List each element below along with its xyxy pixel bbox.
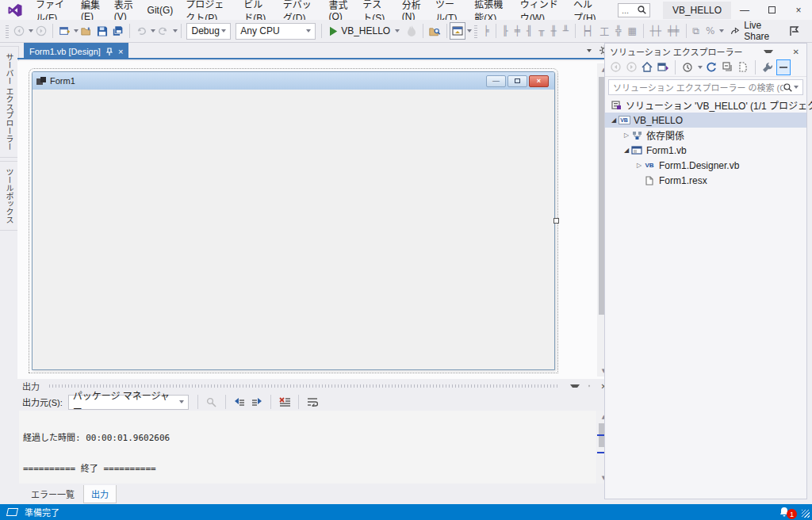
next-message-icon[interactable]	[250, 395, 264, 409]
back-icon[interactable]	[608, 59, 622, 75]
solution-configuration-select[interactable]: Debug	[186, 23, 231, 40]
window-minimize-button[interactable]: —	[731, 0, 758, 20]
live-share-button[interactable]: Live Share	[724, 20, 787, 42]
output-window: 出力 ✕ 出力元(S): パッケージ マネージャー	[17, 379, 615, 485]
resize-grip[interactable]	[802, 510, 810, 518]
clear-all-icon[interactable]	[278, 395, 292, 409]
size-to-grid-icon[interactable]: ▦	[624, 25, 639, 36]
tab-form1-design[interactable]: Form1.vb [Design] ×	[24, 43, 128, 59]
align-right-edges-icon[interactable]: ╢	[523, 25, 535, 36]
search-options-dropdown[interactable]	[794, 86, 799, 89]
expander-collapsed-icon[interactable]: ▷	[635, 162, 643, 169]
tree-item-project[interactable]: ◢ VB VB_HELLO	[605, 113, 806, 128]
refresh-icon[interactable]	[704, 59, 718, 75]
expander-expanded-icon[interactable]: ◢	[610, 117, 618, 124]
align-bottoms-icon[interactable]: ╨	[560, 25, 572, 36]
toolbar-grip[interactable]	[6, 24, 9, 38]
notifications-button[interactable]: 1	[779, 507, 790, 518]
tree-item-solution[interactable]: ソリューション 'VB_HELLO' (1/1 プロジェクト)	[605, 98, 806, 113]
preview-selected-items-icon[interactable]	[776, 59, 791, 75]
notification-badge: 1	[787, 509, 797, 519]
separator	[52, 24, 53, 38]
tree-item-form1-resx[interactable]: Form1.resx	[605, 173, 806, 188]
expander-collapsed-icon[interactable]: ▷	[622, 132, 630, 139]
filter-dropdown[interactable]	[698, 66, 703, 69]
toolbar-grip[interactable]	[474, 24, 477, 38]
output-source-select[interactable]: パッケージ マネージャー	[68, 395, 189, 410]
navigate-back-icon[interactable]	[11, 22, 27, 40]
window-position-dropdown[interactable]	[570, 384, 580, 388]
output-log[interactable]: 経過した時間: 00:00:01.9602606 ========== 終了 =…	[19, 411, 596, 484]
bring-to-front-icon[interactable]: ⧉	[689, 25, 703, 36]
vertical-spacing-icon[interactable]: ╪╪	[665, 25, 682, 36]
navigate-forward-icon[interactable]	[33, 22, 49, 40]
output-source-label: 出力元(S):	[22, 396, 63, 408]
form-resize-handle[interactable]	[553, 218, 559, 224]
redo-dropdown[interactable]	[173, 29, 178, 32]
solution-platform-select[interactable]: Any CPU	[236, 23, 316, 40]
panel-grip[interactable]	[49, 384, 559, 388]
window-maximize-button[interactable]	[758, 0, 785, 20]
align-centers-icon[interactable]: ╪	[511, 25, 523, 36]
redo-icon[interactable]	[155, 22, 171, 40]
document-list-dropdown[interactable]	[587, 49, 592, 52]
switch-views-icon[interactable]	[656, 59, 670, 75]
tab-output[interactable]: 出力	[83, 485, 117, 503]
properties-icon[interactable]	[760, 59, 775, 75]
close-icon[interactable]: ✕	[791, 48, 802, 56]
forms-designer-surface[interactable]: Form1 — × ▲ ▼	[17, 61, 615, 379]
solution-explorer-panel: ソリューション エクスプローラー ✕	[604, 43, 807, 499]
find-in-files-icon[interactable]	[427, 22, 443, 40]
background-tasks-icon[interactable]	[6, 508, 18, 516]
make-same-height-icon[interactable]: 工	[596, 25, 612, 38]
save-icon[interactable]	[94, 22, 110, 40]
separator	[446, 24, 447, 38]
tree-item-form1-designer[interactable]: ▷ VB Form1.Designer.vb	[605, 158, 806, 173]
play-icon	[329, 26, 338, 36]
tree-item-form1vb[interactable]: ◢ Form1.vb	[605, 143, 806, 158]
toolbar-overflow-dropdown[interactable]	[467, 29, 472, 32]
save-all-icon[interactable]	[110, 22, 126, 40]
align-left-edges-icon[interactable]: ╟	[500, 25, 511, 36]
tab-toolbox[interactable]: ツールボックス	[0, 161, 19, 231]
send-to-back-icon[interactable]: %	[703, 25, 718, 36]
pin-icon[interactable]	[106, 48, 113, 55]
pin-icon[interactable]	[779, 48, 784, 55]
window-close-button[interactable]: ×	[785, 0, 812, 20]
home-icon[interactable]	[640, 59, 654, 75]
pin-icon[interactable]	[586, 382, 592, 390]
align-middles-icon[interactable]: ╫	[547, 25, 559, 36]
designed-form[interactable]: Form1 — ×	[32, 71, 555, 370]
quick-search-input[interactable]: ...	[618, 3, 650, 17]
tree-item-label: Form1.Designer.vb	[659, 160, 739, 171]
previous-message-icon[interactable]	[232, 395, 247, 409]
solution-explorer-search-input[interactable]: ソリューション エクスプローラー の検索 (Ctrl+;)	[608, 79, 803, 95]
show-all-files-icon[interactable]	[736, 59, 750, 75]
new-project-icon[interactable]	[56, 22, 72, 40]
tool-window-icon[interactable]	[450, 22, 465, 40]
start-debugging-button[interactable]: VB_HELLO	[325, 22, 404, 40]
forward-icon[interactable]	[624, 59, 638, 75]
pending-changes-filter-icon[interactable]	[680, 59, 695, 75]
window-position-dropdown[interactable]	[764, 50, 773, 53]
align-lefts-icon[interactable]: ╞	[480, 25, 492, 36]
output-toolbar: 出力元(S): パッケージ マネージャー	[17, 393, 615, 411]
form-icon	[36, 77, 46, 85]
make-same-size-icon[interactable]: ╬	[612, 25, 624, 36]
make-same-width-icon[interactable]: ┝┥	[579, 25, 596, 36]
menu-git[interactable]: Git(G)	[141, 2, 180, 19]
align-tops-icon[interactable]: ╥	[535, 25, 547, 36]
tab-error-list[interactable]: エラー一覧	[24, 485, 82, 503]
find-message-icon[interactable]	[205, 395, 219, 409]
undo-icon[interactable]	[133, 22, 149, 40]
tab-server-explorer[interactable]: サーバー エクスプローラー	[0, 46, 19, 158]
expander-expanded-icon[interactable]: ◢	[622, 147, 630, 154]
collapse-all-icon[interactable]	[720, 59, 734, 75]
tree-item-dependencies[interactable]: ▷ 依存関係	[605, 128, 806, 143]
word-wrap-icon[interactable]	[305, 395, 320, 409]
feedback-icon[interactable]	[787, 22, 802, 40]
hot-reload-icon[interactable]	[404, 22, 419, 40]
tab-close-icon[interactable]: ×	[118, 47, 123, 56]
horizontal-spacing-icon[interactable]: ┼┼	[647, 25, 665, 36]
open-file-icon[interactable]	[79, 22, 94, 40]
